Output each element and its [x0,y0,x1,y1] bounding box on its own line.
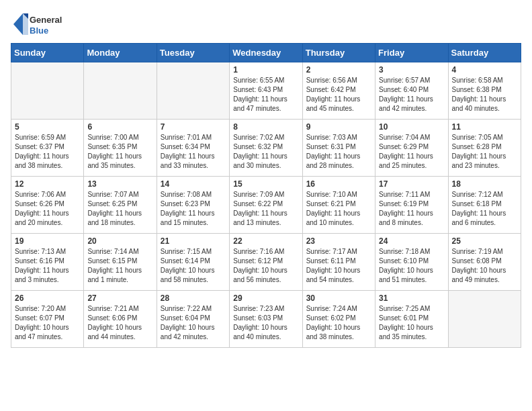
day-info: Sunrise: 7:06 AM Sunset: 6:26 PM Dayligh… [15,190,80,228]
day-info: Sunrise: 7:03 AM Sunset: 6:31 PM Dayligh… [306,133,371,171]
calendar-cell: 19Sunrise: 7:13 AM Sunset: 6:16 PM Dayli… [11,234,84,291]
day-number: 8 [233,122,298,132]
day-number: 9 [306,122,371,132]
calendar-cell: 31Sunrise: 7:25 AM Sunset: 6:01 PM Dayli… [375,291,448,348]
calendar-cell: 6Sunrise: 7:00 AM Sunset: 6:35 PM Daylig… [84,120,157,177]
day-info: Sunrise: 7:12 AM Sunset: 6:18 PM Dayligh… [452,190,517,228]
day-info: Sunrise: 6:57 AM Sunset: 6:40 PM Dayligh… [379,76,444,113]
day-info: Sunrise: 7:11 AM Sunset: 6:19 PM Dayligh… [379,190,444,228]
calendar-cell: 10Sunrise: 7:04 AM Sunset: 6:29 PM Dayli… [375,120,448,177]
day-info: Sunrise: 7:00 AM Sunset: 6:35 PM Dayligh… [87,133,152,171]
weekday-header-tuesday: Tuesday [157,44,229,62]
day-info: Sunrise: 7:18 AM Sunset: 6:10 PM Dayligh… [379,247,444,285]
calendar-cell: 8Sunrise: 7:02 AM Sunset: 6:32 PM Daylig… [230,120,302,177]
calendar-cell: 7Sunrise: 7:01 AM Sunset: 6:34 PM Daylig… [157,120,229,177]
calendar-cell: 3Sunrise: 6:57 AM Sunset: 6:40 PM Daylig… [375,62,448,120]
calendar-cell: 18Sunrise: 7:12 AM Sunset: 6:18 PM Dayli… [448,177,521,234]
day-info: Sunrise: 7:10 AM Sunset: 6:21 PM Dayligh… [306,190,371,228]
day-number: 4 [452,65,517,75]
day-number: 28 [161,293,226,303]
calendar-cell: 29Sunrise: 7:23 AM Sunset: 6:03 PM Dayli… [230,291,302,348]
day-number: 16 [306,179,371,189]
calendar-cell: 27Sunrise: 7:21 AM Sunset: 6:06 PM Dayli… [84,291,157,348]
weekday-header-sunday: Sunday [11,44,84,62]
day-info: Sunrise: 7:04 AM Sunset: 6:29 PM Dayligh… [379,133,444,171]
calendar-cell: 2Sunrise: 6:56 AM Sunset: 6:42 PM Daylig… [302,62,375,120]
day-number: 22 [233,236,298,246]
day-number: 12 [15,179,80,189]
calendar-cell: 20Sunrise: 7:14 AM Sunset: 6:15 PM Dayli… [84,234,157,291]
calendar-cell: 13Sunrise: 7:07 AM Sunset: 6:25 PM Dayli… [84,177,157,234]
day-number: 6 [87,122,152,132]
day-info: Sunrise: 7:22 AM Sunset: 6:04 PM Dayligh… [161,304,226,342]
calendar-cell [157,62,229,120]
day-number: 27 [87,293,152,303]
calendar-cell: 4Sunrise: 6:58 AM Sunset: 6:38 PM Daylig… [448,62,521,120]
calendar-cell: 17Sunrise: 7:11 AM Sunset: 6:19 PM Dayli… [375,177,448,234]
calendar-cell: 24Sunrise: 7:18 AM Sunset: 6:10 PM Dayli… [375,234,448,291]
svg-text:General: General [30,15,62,25]
day-number: 25 [452,236,517,246]
logo: General Blue [11,11,64,38]
calendar-cell [84,62,157,120]
calendar-cell: 12Sunrise: 7:06 AM Sunset: 6:26 PM Dayli… [11,177,84,234]
calendar-cell: 23Sunrise: 7:17 AM Sunset: 6:11 PM Dayli… [302,234,375,291]
day-number: 26 [15,293,80,303]
day-info: Sunrise: 7:25 AM Sunset: 6:01 PM Dayligh… [379,304,444,342]
day-number: 23 [306,236,371,246]
day-info: Sunrise: 6:58 AM Sunset: 6:38 PM Dayligh… [452,76,517,113]
weekday-header-thursday: Thursday [302,44,375,62]
day-info: Sunrise: 7:21 AM Sunset: 6:06 PM Dayligh… [87,304,152,342]
calendar-table: SundayMondayTuesdayWednesdayThursdayFrid… [11,43,521,348]
day-info: Sunrise: 6:55 AM Sunset: 6:43 PM Dayligh… [233,76,298,113]
day-info: Sunrise: 7:08 AM Sunset: 6:23 PM Dayligh… [161,190,226,228]
week-row-1: 1Sunrise: 6:55 AM Sunset: 6:43 PM Daylig… [11,62,521,120]
calendar-cell: 9Sunrise: 7:03 AM Sunset: 6:31 PM Daylig… [302,120,375,177]
calendar-cell: 25Sunrise: 7:19 AM Sunset: 6:08 PM Dayli… [448,234,521,291]
calendar-cell: 11Sunrise: 7:05 AM Sunset: 6:28 PM Dayli… [448,120,521,177]
day-info: Sunrise: 7:05 AM Sunset: 6:28 PM Dayligh… [452,133,517,171]
weekday-header-wednesday: Wednesday [230,44,302,62]
day-number: 21 [161,236,226,246]
week-row-2: 5Sunrise: 6:59 AM Sunset: 6:37 PM Daylig… [11,120,521,177]
week-row-5: 26Sunrise: 7:20 AM Sunset: 6:07 PM Dayli… [11,291,521,348]
calendar-cell: 16Sunrise: 7:10 AM Sunset: 6:21 PM Dayli… [302,177,375,234]
day-info: Sunrise: 7:13 AM Sunset: 6:16 PM Dayligh… [15,247,80,285]
calendar-cell: 1Sunrise: 6:55 AM Sunset: 6:43 PM Daylig… [230,62,302,120]
day-info: Sunrise: 7:16 AM Sunset: 6:12 PM Dayligh… [233,247,298,285]
day-number: 2 [306,65,371,75]
day-info: Sunrise: 7:20 AM Sunset: 6:07 PM Dayligh… [15,304,80,342]
calendar-cell: 15Sunrise: 7:09 AM Sunset: 6:22 PM Dayli… [230,177,302,234]
day-info: Sunrise: 7:02 AM Sunset: 6:32 PM Dayligh… [233,133,298,171]
day-number: 18 [452,179,517,189]
calendar-cell: 28Sunrise: 7:22 AM Sunset: 6:04 PM Dayli… [157,291,229,348]
day-info: Sunrise: 7:09 AM Sunset: 6:22 PM Dayligh… [233,190,298,228]
calendar-cell: 21Sunrise: 7:15 AM Sunset: 6:14 PM Dayli… [157,234,229,291]
day-number: 15 [233,179,298,189]
day-info: Sunrise: 7:07 AM Sunset: 6:25 PM Dayligh… [87,190,152,228]
day-info: Sunrise: 7:15 AM Sunset: 6:14 PM Dayligh… [161,247,226,285]
calendar-cell: 5Sunrise: 6:59 AM Sunset: 6:37 PM Daylig… [11,120,84,177]
day-number: 19 [15,236,80,246]
day-info: Sunrise: 6:59 AM Sunset: 6:37 PM Dayligh… [15,133,80,171]
weekday-header-row: SundayMondayTuesdayWednesdayThursdayFrid… [11,44,521,62]
day-info: Sunrise: 7:24 AM Sunset: 6:02 PM Dayligh… [306,304,371,342]
day-number: 1 [233,65,298,75]
weekday-header-monday: Monday [84,44,157,62]
day-number: 11 [452,122,517,132]
day-number: 10 [379,122,444,132]
svg-text:Blue: Blue [30,26,48,36]
svg-marker-3 [13,13,23,35]
day-number: 14 [161,179,226,189]
day-number: 30 [306,293,371,303]
day-number: 24 [379,236,444,246]
day-number: 5 [15,122,80,132]
week-row-3: 12Sunrise: 7:06 AM Sunset: 6:26 PM Dayli… [11,177,521,234]
day-info: Sunrise: 7:01 AM Sunset: 6:34 PM Dayligh… [161,133,226,171]
calendar-cell: 26Sunrise: 7:20 AM Sunset: 6:07 PM Dayli… [11,291,84,348]
calendar-cell: 14Sunrise: 7:08 AM Sunset: 6:23 PM Dayli… [157,177,229,234]
calendar-cell [448,291,521,348]
day-number: 3 [379,65,444,75]
day-number: 7 [161,122,226,132]
weekday-header-saturday: Saturday [448,44,521,62]
